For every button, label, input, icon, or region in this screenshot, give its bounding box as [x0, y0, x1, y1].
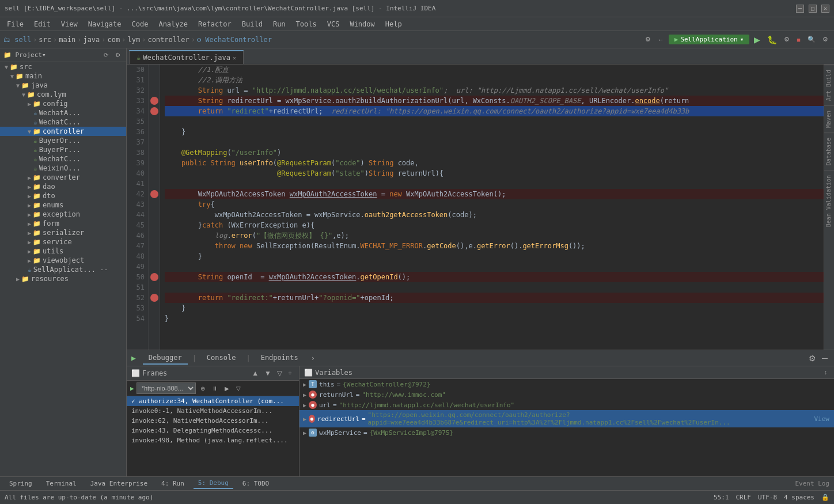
tree-config[interactable]: ▶📁config — [0, 99, 126, 108]
menu-view[interactable]: View — [56, 19, 82, 29]
settings2-button[interactable]: ⚙ — [820, 35, 831, 44]
back-icon[interactable]: ← — [655, 35, 666, 44]
tree-weixin[interactable]: ☕WeixinO... — [0, 164, 126, 173]
art-build-label[interactable]: Art Build — [824, 65, 834, 105]
breadcrumb-wechat[interactable]: ⚙ WechatController — [197, 36, 272, 44]
frame-authorize[interactable]: ✓ authorize:34, WechatController (com... — [127, 396, 299, 406]
tree-enums[interactable]: ▶📁enums — [0, 200, 126, 210]
menu-vcs[interactable]: VCS — [323, 19, 344, 29]
tree-utils[interactable]: ▶📁utils — [0, 247, 126, 256]
tab-console[interactable]: Console — [201, 352, 242, 365]
tree-service[interactable]: ▶📁service — [0, 237, 126, 247]
var-redirecturl[interactable]: ▶ ● redirectUrl = "https://open.weixin.q… — [300, 410, 834, 427]
frame-add-icon[interactable]: + — [286, 368, 294, 378]
breadcrumb-src[interactable]: src — [39, 36, 51, 44]
frame-invoke43[interactable]: invoke:43, DelegatingMethodAccessc... — [127, 426, 299, 435]
tab-todo[interactable]: 6: TODO — [238, 479, 274, 488]
menu-navigate[interactable]: Navigate — [84, 19, 126, 29]
project-settings-icon[interactable]: ⚙ — [113, 51, 123, 59]
debug-button[interactable]: 🐛 — [765, 34, 779, 46]
tree-controller[interactable]: ▼📁controller — [0, 127, 126, 136]
menu-refactor[interactable]: Refactor — [194, 19, 236, 29]
var-wxmpservice[interactable]: ▶ ⚙ wxMpService = {WxMpServiceImpl@7975} — [300, 427, 834, 438]
line-ending[interactable]: CRLF — [736, 494, 751, 501]
tab-debug[interactable]: 5: Debug — [194, 478, 233, 489]
tab-run[interactable]: 4: Run — [157, 479, 189, 488]
tree-exception[interactable]: ▶📁exception — [0, 210, 126, 219]
encoding[interactable]: UTF-8 — [758, 494, 777, 501]
menu-analyze[interactable]: Analyze — [154, 19, 192, 29]
menu-code[interactable]: Code — [127, 19, 153, 29]
tab-debugger[interactable]: Debugger — [143, 352, 188, 365]
database-label[interactable]: Database — [824, 132, 834, 170]
breadcrumb-lym[interactable]: lym — [127, 36, 140, 44]
minimize-button[interactable]: ─ — [796, 5, 804, 13]
frame-up-icon[interactable]: ▲ — [249, 368, 261, 378]
thread-actions-icon[interactable]: ⊕ — [198, 384, 207, 393]
maximize-button[interactable]: □ — [809, 5, 817, 13]
maven-label[interactable]: Maven — [824, 105, 834, 132]
thread-filter-icon[interactable]: ▽ — [234, 384, 243, 393]
var-returnurl[interactable]: ▶ ● returnUrl = "http://www.immoc.com" — [300, 389, 834, 400]
tree-viewobject[interactable]: ▶📁viewobject — [0, 256, 126, 265]
tree-java[interactable]: ▼📁java — [0, 81, 126, 90]
event-log-link[interactable]: Event Log — [795, 480, 829, 487]
tree-dao[interactable]: ▶📁dao — [0, 182, 126, 191]
tree-comlym[interactable]: ▼📁com.lym — [0, 90, 126, 99]
breadcrumb-com[interactable]: com — [108, 36, 120, 44]
menu-help[interactable]: Help — [381, 19, 407, 29]
indent[interactable]: 4 spaces — [784, 494, 814, 501]
tree-converter[interactable]: ▶📁converter — [0, 173, 126, 182]
project-sync-icon[interactable]: ⟳ — [101, 51, 111, 59]
tree-main[interactable]: ▼📁main — [0, 71, 126, 81]
minimize-debug-icon[interactable]: ─ — [820, 353, 829, 364]
tree-wechata[interactable]: ☕WechatA... — [0, 108, 126, 118]
breadcrumb-controller[interactable]: controller — [147, 36, 189, 44]
tab-spring[interactable]: Spring — [5, 479, 37, 488]
tree-serializer[interactable]: ▶📁serializer — [0, 228, 126, 237]
tab-close-icon[interactable]: ✕ — [233, 55, 236, 61]
menu-build[interactable]: Build — [237, 19, 267, 29]
menu-edit[interactable]: Edit — [29, 19, 55, 29]
run-config-selector[interactable]: ▶ SellApplication ▾ — [669, 35, 750, 44]
thread-selector[interactable]: *http-nio-808... — [137, 382, 196, 394]
frame-invoke0[interactable]: invoke0:-1, NativeMethodAccessorIm... — [127, 406, 299, 416]
settings-icon[interactable]: ⚙ — [643, 35, 653, 44]
tree-resources[interactable]: ▶📁resources — [0, 274, 126, 283]
settings-debug-icon[interactable]: ⚙ — [807, 353, 818, 364]
tab-java-enterprise[interactable]: Java Enterprise — [86, 479, 152, 488]
frame-invoke498[interactable]: invoke:498, Method (java.lang.reflect...… — [127, 435, 299, 445]
tab-wechatcontroller[interactable]: ☕ WechatController.java ✕ — [129, 50, 244, 64]
tree-sellappl[interactable]: ☕SellApplicat... -- — [0, 265, 126, 274]
frame-filter-icon[interactable]: ▽ — [275, 368, 285, 378]
bean-validation-label[interactable]: Bean Validation — [824, 170, 834, 232]
breadcrumb-java[interactable]: java — [83, 36, 100, 44]
thread-pause-icon[interactable]: ⏸ — [210, 384, 220, 393]
build-button[interactable]: ⚙ — [782, 35, 792, 44]
close-button[interactable]: ✕ — [821, 5, 829, 13]
tab-terminal[interactable]: Terminal — [41, 479, 81, 488]
cursor-position[interactable]: 55:1 — [714, 494, 729, 501]
tree-wechatc2[interactable]: ☕WechatC... — [0, 154, 126, 164]
var-this[interactable]: ▶ T this = {WechatController@7972} — [300, 379, 834, 389]
menu-run[interactable]: Run — [268, 19, 290, 29]
menu-tools[interactable]: Tools — [291, 19, 321, 29]
tree-buyerpr[interactable]: ☕BuyerPr... — [0, 145, 126, 154]
tree-wechatc1[interactable]: ☕WechatC... — [0, 118, 126, 127]
breadcrumb-main[interactable]: main — [59, 36, 75, 44]
thread-resume-icon[interactable]: ▶ — [222, 384, 232, 393]
frame-invoke62[interactable]: invoke:62, NativeMethodAccessorIm... — [127, 416, 299, 426]
frame-down-icon[interactable]: ▼ — [262, 368, 274, 378]
stop-button[interactable]: ■ — [794, 35, 803, 44]
tree-src[interactable]: ▼📁src — [0, 62, 126, 71]
search-button[interactable]: 🔍 — [805, 35, 818, 44]
code-editor[interactable]: 30 31 32 33 34 35 36 37 38 39 40 41 42 4… — [127, 65, 834, 350]
tree-buyeror[interactable]: ☕BuyerOr... — [0, 136, 126, 145]
menu-file[interactable]: File — [2, 19, 28, 29]
run-button[interactable]: ▶ — [752, 34, 763, 46]
tree-form[interactable]: ▶📁form — [0, 219, 126, 228]
var-expand-icon[interactable]: ↕ — [822, 368, 829, 377]
breadcrumb-sell[interactable]: 🗂 sell — [3, 36, 31, 44]
var-redirecturl-view[interactable]: View — [814, 415, 830, 423]
menu-window[interactable]: Window — [345, 19, 379, 29]
